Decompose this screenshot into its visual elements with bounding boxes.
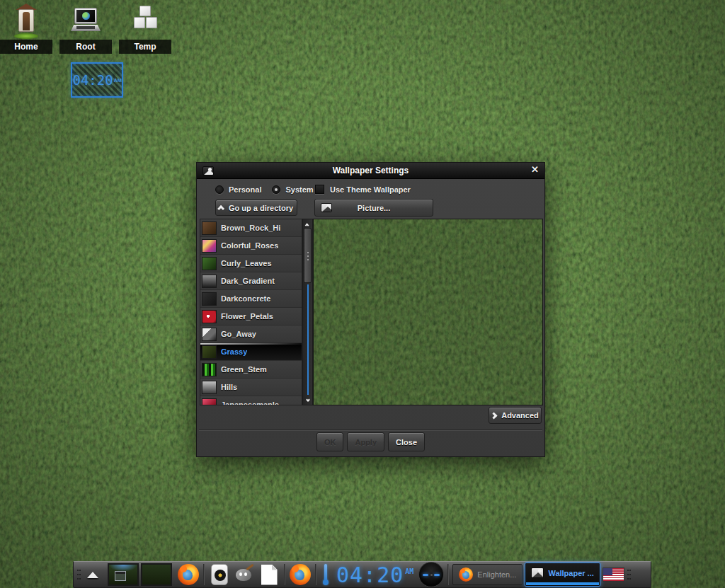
gadget-time: 04:20 [72, 72, 113, 88]
firefox-launcher-2[interactable] [289, 563, 312, 586]
wallpaper-item[interactable]: Curly_Leaves [200, 255, 302, 272]
wallpaper-preview [313, 219, 543, 405]
wallpaper-name: Japanesemaple [221, 400, 279, 405]
wallpaper-name: Darkconcrete [221, 294, 270, 303]
root-icon [59, 2, 112, 38]
shelf-separator [203, 564, 205, 585]
mixer-launcher[interactable] [208, 563, 231, 586]
chevron-up-icon [217, 205, 224, 212]
dialog-titlebar[interactable]: Wallpaper Settings ✕ [197, 163, 544, 179]
us-flag-icon[interactable] [603, 567, 624, 582]
desktop-clock-gadget[interactable]: 04:20AM [71, 62, 123, 98]
radio-system-label: System [285, 185, 313, 194]
document-icon [261, 565, 278, 585]
shelf-separator [315, 564, 316, 585]
use-theme-row: Use Theme Wallpaper [315, 185, 416, 194]
document-launcher[interactable] [258, 563, 280, 586]
wallpaper-item[interactable]: Colorful_Roses [200, 237, 302, 255]
wallpaper-name: Go_Away [221, 330, 256, 338]
firefox-launcher[interactable] [177, 563, 200, 586]
wallpaper-name: Colorful_Roses [221, 241, 278, 250]
shelf-grip-right[interactable] [627, 568, 631, 581]
desktop-icon-temp[interactable]: Temp [119, 2, 171, 54]
shelf-separator [447, 564, 449, 585]
wallpaper-thumbnail [202, 345, 217, 359]
wallpaper-item[interactable]: Dark_Gradient [200, 272, 302, 290]
temp-icon [119, 2, 171, 38]
wallpaper-name: Curly_Leaves [221, 259, 272, 267]
radio-personal-label: Personal [229, 185, 261, 194]
wallpaper-item[interactable]: Flower_Petals [200, 308, 302, 325]
wallpaper-thumbnail [202, 221, 217, 235]
wallpaper-thumbnail [202, 292, 217, 306]
wallpaper-item-selected[interactable]: Grassy [200, 343, 302, 361]
radio-personal[interactable] [215, 185, 224, 194]
shelf-grip-left[interactable] [76, 568, 81, 581]
task-button-enlightenment[interactable]: Enlighten... [452, 564, 523, 585]
taskbar-time: 04:20 [336, 563, 404, 587]
close-button[interactable]: Close [388, 432, 425, 451]
advanced-label: Advanced [501, 411, 539, 420]
icon-label-temp: Temp [119, 40, 171, 54]
task-button-wallpaper[interactable]: Wallpaper ... [525, 563, 600, 587]
wallpaper-name: Grassy [221, 347, 247, 356]
wallpaper-item[interactable]: Japanesemaple [200, 396, 302, 405]
list-scrollbar[interactable] [302, 219, 313, 405]
wallpaper-list: Brown_Rock_Hi Colorful_Roses Curly_Leave… [200, 219, 302, 405]
wallpaper-name: Flower_Petals [221, 312, 273, 321]
use-theme-checkbox[interactable] [315, 185, 324, 194]
pager-desktop-1[interactable] [108, 563, 139, 586]
wallpaper-item[interactable]: Darkconcrete [200, 290, 302, 308]
taskbar: 04:20 AM Enlighten... Wallpaper ... [73, 561, 651, 588]
pager-desktop-2[interactable] [141, 563, 172, 586]
scrollbar-thumb[interactable] [304, 228, 312, 283]
gimp-launcher[interactable] [233, 563, 256, 586]
desktop-icon-root[interactable]: Root [59, 2, 112, 54]
wallpaper-name: Brown_Rock_Hi [221, 224, 280, 232]
gadget-meridiem: AM [114, 78, 122, 83]
firefox-icon [290, 564, 311, 585]
wallpaper-thumbnail [202, 363, 217, 376]
taskbar-digital-clock[interactable]: 04:20 AM [336, 563, 413, 587]
wallpaper-thumbnail [202, 381, 217, 394]
wallpaper-item[interactable]: Go_Away [200, 325, 302, 343]
mini-window [115, 571, 126, 581]
wallpaper-name: Hills [221, 383, 237, 391]
wallpaper-name: Dark_Gradient [221, 277, 275, 285]
apply-button[interactable]: Apply [347, 432, 384, 451]
picture-label: Picture... [358, 204, 390, 212]
scroll-down-icon[interactable] [303, 396, 312, 404]
advanced-button[interactable]: Advanced [489, 407, 542, 424]
wallpaper-item[interactable]: Brown_Rock_Hi [200, 219, 302, 237]
home-icon [0, 2, 52, 38]
picture-button[interactable]: Picture... [314, 199, 433, 217]
wallpaper-item[interactable]: Hills [200, 379, 302, 396]
wallpaper-thumbnail [202, 275, 217, 288]
task-label: Wallpaper ... [548, 569, 593, 577]
wallpaper-thumbnail [202, 328, 217, 341]
picture-icon [321, 203, 332, 212]
wallpaper-name: Green_Stem [221, 365, 267, 374]
close-icon[interactable]: ✕ [531, 164, 539, 175]
go-up-directory-button[interactable]: Go up a directory [215, 200, 297, 216]
speaker-icon [211, 564, 228, 585]
go-up-label: Go up a directory [229, 204, 293, 212]
chevron-right-icon [491, 412, 498, 419]
radio-system[interactable] [272, 185, 280, 194]
icon-label-home: Home [0, 40, 52, 54]
dialog-title: Wallpaper Settings [197, 166, 544, 175]
wallpaper-thumbnail [202, 257, 217, 270]
wallpaper-item[interactable]: Green_Stem [200, 361, 302, 379]
shelf-separator [284, 564, 285, 585]
ok-button[interactable]: OK [316, 432, 344, 451]
desktop-icon-home[interactable]: Home [0, 2, 52, 54]
shelf-arrow-button[interactable] [83, 565, 103, 584]
scrollbar-track-line [307, 284, 309, 395]
analog-clock-icon[interactable] [418, 562, 444, 587]
wallpaper-thumbnail [202, 310, 217, 323]
wallpaper-thumbnail [202, 239, 217, 253]
thermometer-icon[interactable] [322, 564, 329, 585]
wallpaper-thumbnail [202, 398, 217, 406]
gimp-icon [234, 566, 254, 583]
taskbar-meridiem: AM [405, 567, 413, 575]
